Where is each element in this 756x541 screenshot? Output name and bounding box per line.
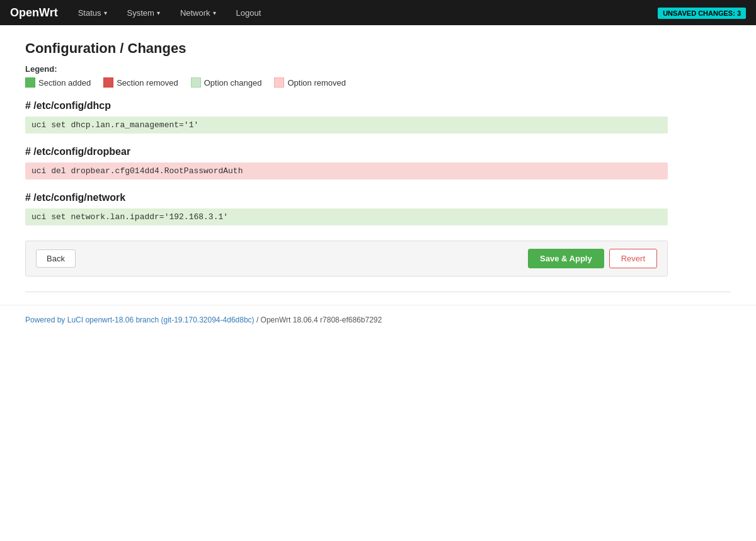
option-changed-box	[191, 77, 201, 88]
legend: Section added Section removed Option cha…	[25, 77, 668, 88]
section-heading-network: # /etc/config/network	[25, 192, 668, 203]
actions-right: Save & Apply Revert	[528, 249, 657, 268]
footer-divider	[25, 292, 731, 292]
legend-section-removed: Section removed	[103, 77, 178, 88]
save-apply-button[interactable]: Save & Apply	[528, 249, 604, 268]
code-line-dhcp-0: uci set dhcp.lan.ra_management='1'	[25, 117, 668, 134]
section-heading-dhcp: # /etc/config/dhcp	[25, 100, 668, 111]
section-removed-label: Section removed	[117, 78, 178, 88]
nav-network[interactable]: Network ▾	[175, 0, 221, 25]
footer-version: / OpenWrt 18.06.4 r7808-ef686b7292	[255, 316, 382, 324]
nav-logout[interactable]: Logout	[231, 0, 266, 25]
nav-system[interactable]: System ▾	[122, 0, 165, 25]
actions-bar: Back Save & Apply Revert	[25, 241, 668, 276]
footer: Powered by LuCI openwrt-18.06 branch (gi…	[0, 305, 756, 334]
option-removed-box	[274, 77, 284, 88]
footer-link[interactable]: Powered by LuCI openwrt-18.06 branch (gi…	[25, 316, 255, 324]
section-heading-dropbear: # /etc/config/dropbear	[25, 146, 668, 157]
unsaved-badge[interactable]: UNSAVED CHANGES: 3	[658, 8, 746, 19]
network-dropdown-arrow: ▾	[213, 9, 216, 16]
section-added-label: Section added	[38, 78, 91, 88]
option-removed-label: Option removed	[287, 78, 346, 88]
legend-label: Legend:	[25, 64, 668, 74]
section-removed-box	[103, 77, 113, 88]
revert-button[interactable]: Revert	[609, 249, 657, 268]
section-added-box	[25, 77, 35, 88]
navbar: OpenWrt Status ▾ System ▾ Network ▾ Logo…	[0, 0, 756, 25]
system-dropdown-arrow: ▾	[157, 9, 160, 16]
nav-status[interactable]: Status ▾	[73, 0, 112, 25]
main-content: Configuration / Changes Legend: Section …	[0, 25, 693, 292]
page-title: Configuration / Changes	[25, 40, 668, 57]
back-button[interactable]: Back	[36, 249, 76, 268]
code-line-dropbear-0: uci del dropbear.cfg014dd4.RootPasswordA…	[25, 162, 668, 179]
brand-logo[interactable]: OpenWrt	[10, 6, 58, 20]
status-dropdown-arrow: ▾	[104, 9, 107, 16]
legend-option-removed: Option removed	[274, 77, 346, 88]
option-changed-label: Option changed	[204, 78, 262, 88]
navbar-right: UNSAVED CHANGES: 3	[658, 8, 746, 18]
legend-section-added: Section added	[25, 77, 91, 88]
legend-option-changed: Option changed	[191, 77, 262, 88]
code-line-network-0: uci set network.lan.ipaddr='192.168.3.1'	[25, 208, 668, 225]
